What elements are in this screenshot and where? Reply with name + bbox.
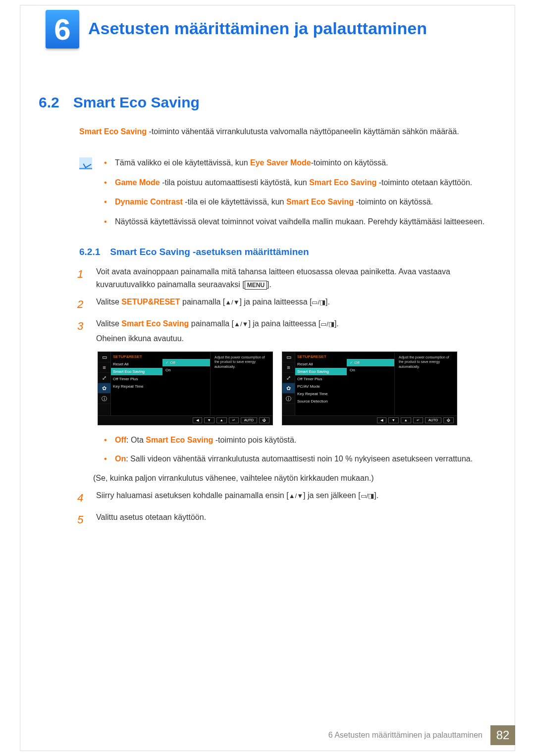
osd-submenu: Off On bbox=[162, 352, 210, 415]
osd-description: Adjust the power consumption of the prod… bbox=[210, 352, 272, 415]
lines-icon: ≡ bbox=[282, 362, 295, 373]
option-on: On: Salli videon vähentää virrankulutust… bbox=[104, 453, 490, 465]
osd-navbar: ◀ ▼ ▲ ↵ AUTO ⏻ bbox=[282, 415, 457, 425]
up-down-icon: ▲/▼ bbox=[225, 299, 239, 306]
up-down-icon: ▲/▼ bbox=[234, 320, 248, 328]
note-list: Tämä valikko ei ole käytettävissä, kun E… bbox=[104, 156, 490, 235]
info-icon: ⓘ bbox=[98, 394, 110, 404]
option-note: (Se, kuinka paljon virrankulutus vähenee… bbox=[93, 472, 490, 485]
page-number: 82 bbox=[490, 725, 515, 745]
osd-item: Key Repeat Time bbox=[295, 390, 347, 398]
option-off: Off: Ota Smart Eco Saving -toiminto pois… bbox=[104, 434, 490, 447]
osd-item: Reset All bbox=[111, 360, 162, 368]
info-icon: ⓘ bbox=[282, 394, 295, 404]
note-item-2: Game Mode -tila poistuu automaattisesti … bbox=[104, 176, 490, 189]
osd-item-selected: Smart Eco Saving bbox=[295, 368, 347, 375]
menu-button-label: MENU bbox=[245, 281, 267, 290]
section-title: Smart Eco Saving bbox=[73, 94, 200, 110]
footer-text: 6 Asetusten määrittäminen ja palauttamin… bbox=[328, 731, 482, 740]
osd-iconbar: ▭ ≡ ⤢ ✿ ⓘ bbox=[98, 352, 111, 415]
osd-sub-off: Off bbox=[162, 359, 210, 366]
nav-enter-icon: ↵ bbox=[413, 417, 423, 423]
osd-screenshots: ▭ ≡ ⤢ ✿ ⓘ SETUP&RESET Reset All Smart Ec… bbox=[98, 352, 457, 425]
note-item-1: Tämä valikko ei ole käytettävissä, kun E… bbox=[104, 156, 490, 169]
nav-up-icon: ▲ bbox=[401, 417, 411, 423]
step-1: 1 Voit avata avainoppaan painamalla mitä… bbox=[77, 265, 490, 292]
intro-paragraph: Smart Eco Saving -toiminto vähentää virr… bbox=[79, 126, 490, 138]
nav-power-icon: ⏻ bbox=[259, 417, 269, 423]
section-heading: 6.2Smart Eco Saving bbox=[39, 94, 200, 111]
osd-item-selected: Smart Eco Saving bbox=[111, 368, 162, 375]
rect-pip-icon: ▭/◨ bbox=[361, 492, 374, 500]
osd-sub-off: Off bbox=[347, 359, 394, 366]
intro-bold: Smart Eco Saving bbox=[79, 127, 147, 136]
note-item-3: Dynamic Contrast -tila ei ole käytettävi… bbox=[104, 196, 490, 208]
step-3: 3 Valitse Smart Eco Saving painamalla [▲… bbox=[77, 317, 490, 346]
osd-menu: SETUP&RESET Reset All Smart Eco Saving O… bbox=[295, 352, 347, 415]
note-icon bbox=[79, 157, 92, 169]
osd-menu: SETUP&RESET Reset All Smart Eco Saving O… bbox=[111, 352, 162, 415]
nav-up-icon: ▲ bbox=[216, 417, 227, 423]
chapter-badge: 6 bbox=[46, 10, 79, 49]
note-item-4: Näytössä käytettävissä olevat toiminnot … bbox=[104, 215, 490, 228]
osd-item: PC/AV Mode bbox=[295, 383, 347, 390]
step-5: 5 Valittu asetus otetaan käyttöön. bbox=[77, 511, 490, 529]
nav-auto: AUTO bbox=[241, 417, 257, 423]
step-4: 4 Siirry haluamasi asetuksen kohdalle pa… bbox=[77, 489, 490, 507]
gear-icon: ✿ bbox=[98, 383, 110, 394]
osd-description: Adjust the power consumption of the prod… bbox=[394, 352, 457, 415]
osd-navbar: ◀ ▼ ▲ ↵ AUTO ⏻ bbox=[98, 415, 272, 425]
osd-panel-1: ▭ ≡ ⤢ ✿ ⓘ SETUP&RESET Reset All Smart Ec… bbox=[98, 352, 273, 425]
chapter-title: Asetusten määrittäminen ja palauttaminen bbox=[88, 19, 427, 38]
nav-auto: AUTO bbox=[425, 417, 441, 423]
nav-down-icon: ▼ bbox=[388, 417, 399, 423]
monitor-icon: ▭ bbox=[282, 352, 295, 362]
up-down-icon: ▲/▼ bbox=[289, 492, 303, 500]
nav-left-icon: ◀ bbox=[377, 417, 386, 423]
osd-menu-title: SETUP&RESET bbox=[111, 353, 162, 360]
rect-pip-icon: ▭/◨ bbox=[321, 320, 334, 328]
osd-options-list: Off: Ota Smart Eco Saving -toiminto pois… bbox=[104, 434, 490, 491]
intro-text: -toiminto vähentää virrankulutusta valvo… bbox=[147, 127, 459, 136]
steps-lower: 4 Siirry haluamasi asetuksen kohdalle pa… bbox=[77, 489, 490, 533]
osd-menu-title: SETUP&RESET bbox=[295, 353, 347, 360]
nav-power-icon: ⏻ bbox=[443, 417, 454, 423]
osd-item: Source Detection bbox=[295, 398, 347, 405]
size-icon: ⤢ bbox=[98, 373, 110, 383]
subsection-title: Smart Eco Saving -asetuksen määrittämine… bbox=[110, 247, 309, 257]
nav-enter-icon: ↵ bbox=[229, 417, 239, 423]
osd-item: Key Repeat Time bbox=[111, 383, 162, 390]
monitor-icon: ▭ bbox=[98, 352, 110, 362]
gear-icon: ✿ bbox=[282, 383, 295, 394]
subsection-number: 6.2.1 bbox=[79, 247, 100, 257]
section-number: 6.2 bbox=[39, 94, 59, 110]
page-footer: 6 Asetusten määrittäminen ja palauttamin… bbox=[328, 725, 515, 745]
rect-pip-icon: ▭/◨ bbox=[312, 299, 325, 306]
nav-left-icon: ◀ bbox=[193, 417, 202, 423]
size-icon: ⤢ bbox=[282, 373, 295, 383]
osd-iconbar: ▭ ≡ ⤢ ✿ ⓘ bbox=[282, 352, 295, 415]
steps-upper: 1 Voit avata avainoppaan painamalla mitä… bbox=[77, 265, 490, 350]
nav-down-icon: ▼ bbox=[204, 417, 214, 423]
lines-icon: ≡ bbox=[98, 362, 110, 373]
subsection-heading: 6.2.1Smart Eco Saving -asetuksen määritt… bbox=[79, 247, 309, 257]
osd-item: Off Timer Plus bbox=[111, 375, 162, 383]
osd-panel-2: ▭ ≡ ⤢ ✿ ⓘ SETUP&RESET Reset All Smart Ec… bbox=[282, 352, 457, 425]
osd-submenu: Off On bbox=[347, 352, 394, 415]
osd-item: Reset All bbox=[295, 360, 347, 368]
step-2: 2 Valitse SETUP&RESET painamalla [▲/▼] j… bbox=[77, 296, 490, 313]
osd-item: Off Timer Plus bbox=[295, 375, 347, 383]
osd-sub-on: On bbox=[162, 366, 210, 374]
osd-sub-on: On bbox=[347, 366, 394, 374]
